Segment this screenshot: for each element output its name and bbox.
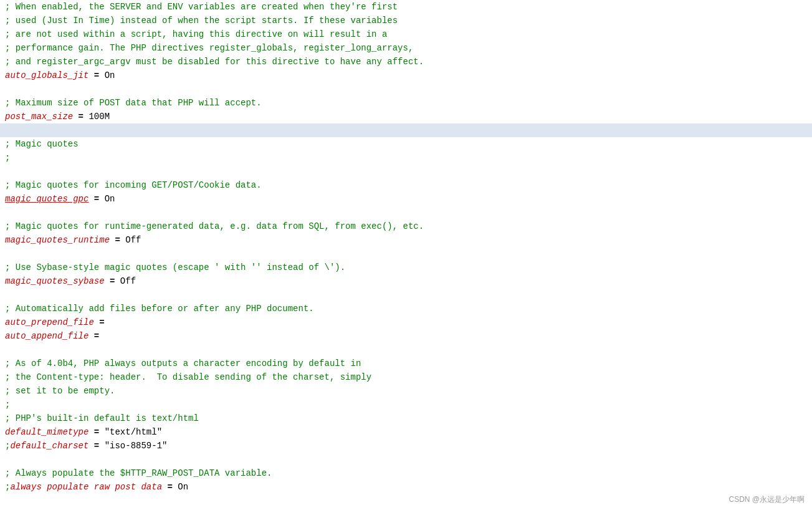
comment-8: ; Maximum size of POST data that PHP wil… xyxy=(5,96,262,110)
line-2: ; used (Just In Time) instead of when th… xyxy=(0,14,812,27)
comment-36-semi: ; xyxy=(5,480,10,494)
comment-2: ; used (Just In Time) instead of when th… xyxy=(5,14,398,27)
line-27: ; As of 4.0b4, PHP always outputs a char… xyxy=(0,357,812,370)
comment-4: ; performance gain. The PHP directives r… xyxy=(5,41,413,55)
line-5: ; and register_argc_argv must be disable… xyxy=(0,55,812,69)
line-35: ; Always populate the $HTTP_RAW_POST_DAT… xyxy=(0,466,812,480)
line-16 xyxy=(0,206,812,219)
val-21: Off xyxy=(120,274,136,288)
line-15: magic_quotes_gpc = On xyxy=(0,192,812,206)
line-17: ; Magic quotes for runtime-generated dat… xyxy=(0,219,812,233)
comment-11: ; Magic quotes xyxy=(5,137,79,151)
line-24: auto_prepend_file = xyxy=(0,315,812,329)
line-8: ; Maximum size of POST data that PHP wil… xyxy=(0,96,812,110)
eq-15: = xyxy=(88,192,104,206)
directive-magic-quotes-sybase: magic_quotes_sybase xyxy=(5,274,105,288)
code-area: ; When enabled, the SERVER and ENV varia… xyxy=(0,0,812,510)
comment-1: ; When enabled, the SERVER and ENV varia… xyxy=(5,0,398,14)
directive-post-max-size: post_max_size xyxy=(5,110,73,123)
eq-25: = xyxy=(88,329,99,343)
directive-magic-quotes-runtime: magic_quotes_runtime xyxy=(5,233,110,247)
line-4: ; performance gain. The PHP directives r… xyxy=(0,41,812,55)
val-18: Off xyxy=(125,233,141,247)
comment-14: ; Magic quotes for incoming GET/POST/Coo… xyxy=(5,178,262,192)
line-25: auto_append_file = xyxy=(0,329,812,343)
line-10-cursor xyxy=(0,123,812,137)
line-26 xyxy=(0,343,812,357)
line-30: ; xyxy=(0,398,812,411)
line-36: ;always populate raw post data = On xyxy=(0,480,812,494)
val-15: On xyxy=(105,192,115,206)
comment-27: ; As of 4.0b4, PHP always outputs a char… xyxy=(5,357,361,370)
comment-3: ; are not used within a script, having t… xyxy=(5,27,387,41)
eq-24: = xyxy=(94,315,105,329)
line-18: magic_quotes_runtime = Off xyxy=(0,233,812,247)
eq-18: = xyxy=(110,233,125,247)
comment-23: ; Automatically add files before or afte… xyxy=(5,302,314,315)
comment-17: ; Magic quotes for runtime-generated dat… xyxy=(5,219,424,233)
line-6: auto_globals_jit = On xyxy=(0,69,812,82)
comment-33-semi: ; xyxy=(5,439,10,453)
comment-30: ; xyxy=(5,398,10,411)
comment-5: ; and register_argc_argv must be disable… xyxy=(5,55,424,69)
comment-28: ; the Content-type: header. To disable s… xyxy=(5,370,371,384)
val-9: 100M xyxy=(88,110,110,123)
line-21: magic_quotes_sybase = Off xyxy=(0,274,812,288)
val-33: "iso-8859-1" xyxy=(105,439,168,453)
line-31: ; PHP's built-in default is text/html xyxy=(0,411,812,425)
eq-32: = xyxy=(88,425,104,439)
line-1: ; When enabled, the SERVER and ENV varia… xyxy=(0,0,812,14)
directive-magic-quotes-gpc: magic_quotes_gpc xyxy=(5,192,88,206)
eq-36: = xyxy=(162,480,178,494)
line-13 xyxy=(0,165,812,178)
eq-6: = xyxy=(88,69,104,82)
line-7 xyxy=(0,82,812,96)
directive-auto-globals-jit: auto_globals_jit xyxy=(5,69,88,82)
line-20: ; Use Sybase-style magic quotes (escape … xyxy=(0,261,812,274)
watermark: CSDN @永远是少年啊 xyxy=(728,494,805,505)
line-11: ; Magic quotes xyxy=(0,137,812,151)
line-28: ; the Content-type: header. To disable s… xyxy=(0,370,812,384)
editor-container: ; When enabled, the SERVER and ENV varia… xyxy=(0,0,812,510)
line-12: ; xyxy=(0,151,812,165)
eq-21: = xyxy=(105,274,120,288)
line-14: ; Magic quotes for incoming GET/POST/Coo… xyxy=(0,178,812,192)
line-9: post_max_size = 100M xyxy=(0,110,812,123)
line-33: ;default_charset = "iso-8859-1" xyxy=(0,439,812,453)
line-29: ; set it to be empty. xyxy=(0,384,812,398)
directive-auto-append-file: auto_append_file xyxy=(5,329,88,343)
val-6: On xyxy=(105,69,115,82)
directive-default-charset: default_charset xyxy=(10,439,88,453)
comment-31: ; PHP's built-in default is text/html xyxy=(5,411,199,425)
line-32: default_mimetype = "text/html" xyxy=(0,425,812,439)
val-36: On xyxy=(178,480,188,494)
val-32: "text/html" xyxy=(105,425,162,439)
directive-default-mimetype: default_mimetype xyxy=(5,425,88,439)
comment-12: ; xyxy=(5,151,10,165)
line-3: ; are not used within a script, having t… xyxy=(0,27,812,41)
line-19 xyxy=(0,247,812,261)
comment-35: ; Always populate the $HTTP_RAW_POST_DAT… xyxy=(5,466,272,480)
directive-always-populate: always populate raw post data xyxy=(10,480,162,494)
comment-20: ; Use Sybase-style magic quotes (escape … xyxy=(5,261,345,274)
directive-auto-prepend-file: auto_prepend_file xyxy=(5,315,94,329)
line-34 xyxy=(0,453,812,466)
line-23: ; Automatically add files before or afte… xyxy=(0,302,812,315)
eq-33: = xyxy=(88,439,104,453)
eq-9: = xyxy=(73,110,88,123)
line-22 xyxy=(0,288,812,302)
comment-29: ; set it to be empty. xyxy=(5,384,115,398)
